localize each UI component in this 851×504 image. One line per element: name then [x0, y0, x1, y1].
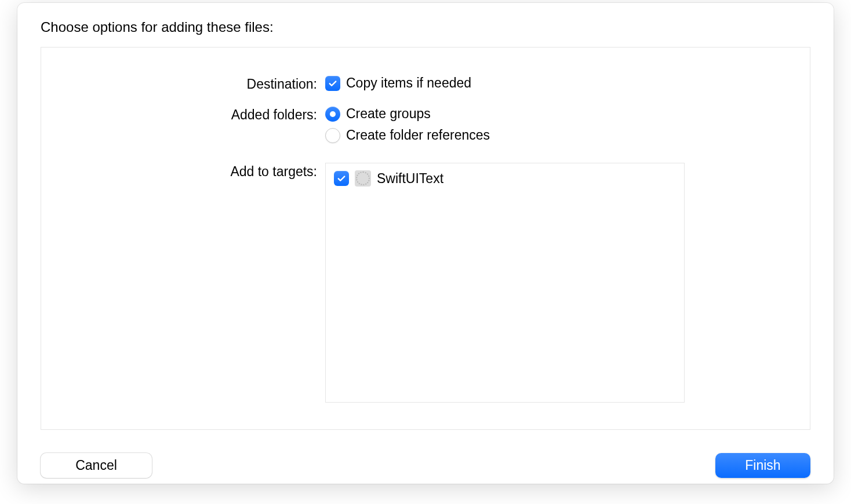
cancel-button[interactable]: Cancel: [41, 453, 152, 478]
targets-list[interactable]: SwiftUIText: [325, 163, 685, 403]
create-groups-radio[interactable]: [325, 107, 340, 122]
target-name: SwiftUIText: [377, 171, 443, 187]
target-checkbox[interactable]: [334, 171, 349, 186]
destination-controls: Copy items if needed: [325, 75, 787, 97]
added-folders-controls: Create groups Create folder references: [325, 106, 787, 149]
options-panel: Destination: Copy items if needed Added …: [41, 47, 810, 430]
finish-button[interactable]: Finish: [715, 453, 810, 478]
destination-label: Destination:: [64, 75, 325, 92]
checkmark-icon: [328, 78, 338, 89]
create-folder-refs-option[interactable]: Create folder references: [325, 127, 787, 143]
targets-row: Add to targets: SwiftUIText: [64, 163, 787, 403]
create-folder-refs-radio[interactable]: [325, 128, 340, 143]
added-folders-label: Added folders:: [64, 106, 325, 123]
dialog-title: Choose options for adding these files:: [41, 19, 810, 35]
checkmark-icon: [336, 173, 347, 184]
button-bar: Cancel Finish: [41, 430, 810, 478]
targets-label: Add to targets:: [64, 163, 325, 180]
targets-controls: SwiftUIText: [325, 163, 787, 403]
added-folders-row: Added folders: Create groups Create fold…: [64, 106, 787, 149]
add-files-dialog: Choose options for adding these files: D…: [17, 3, 834, 484]
copy-items-label: Copy items if needed: [346, 75, 471, 91]
destination-row: Destination: Copy items if needed: [64, 75, 787, 97]
create-groups-label: Create groups: [346, 106, 431, 122]
create-groups-option[interactable]: Create groups: [325, 106, 787, 122]
target-row[interactable]: SwiftUIText: [334, 170, 676, 187]
create-folder-refs-label: Create folder references: [346, 127, 490, 143]
copy-items-checkbox[interactable]: [325, 76, 340, 91]
copy-items-option[interactable]: Copy items if needed: [325, 75, 787, 91]
app-icon: [355, 170, 371, 187]
